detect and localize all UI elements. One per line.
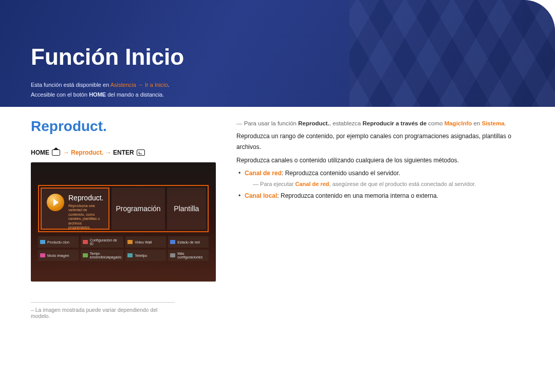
usage-note: Para usar la función Reproduct., estable… (236, 118, 524, 129)
mini-icon (170, 240, 175, 244)
mini-label: Estado de red (177, 240, 200, 244)
mini-item[interactable]: Tempr. encendido/apagado (81, 250, 124, 261)
intro-line2c: del mando a distancia. (106, 91, 164, 98)
tile-prog-label: Programación (116, 204, 160, 213)
mini-item[interactable]: Teletipo (125, 250, 166, 261)
tile-programacion[interactable]: Programación (112, 188, 164, 230)
mini-item[interactable]: Estado de red (168, 236, 209, 248)
t: como (427, 120, 445, 126)
home-icon (52, 150, 60, 156)
mini-label: Más configuraciones (177, 252, 207, 259)
tile-main-textwrap: Reproduct. Reproduzca una variedad de co… (68, 194, 103, 230)
t: Reproducir a través de (362, 120, 427, 126)
li1-subnote: Para ejecutar Canal de red, asegúrese de… (245, 179, 524, 190)
t: . (505, 120, 506, 126)
content-area: Reproduct. HOME → Reproduct. → ENTER Rep… (31, 118, 524, 319)
method-list: Canal de red: Reproduzca contenido usand… (236, 168, 524, 201)
li2-desc: : Reproduzca contenido en una memoria in… (277, 192, 438, 199)
mini-label: Teletipo (135, 254, 147, 257)
mini-item[interactable]: Más configuraciones (168, 250, 209, 261)
right-column: Para usar la función Reproduct., estable… (236, 118, 524, 319)
li1-desc: : Reproduzca contenido usando el servido… (282, 170, 400, 177)
mini-item[interactable]: Producto clon (38, 236, 79, 248)
intro-line2a: Accesible con el botón (31, 91, 89, 98)
tile-reproduct[interactable]: Reproduct. Reproduzca una variedad de co… (41, 188, 109, 230)
mini-label: Tempr. encendido/apagado (90, 252, 122, 259)
li2-term: Canal local (245, 192, 277, 199)
enter-icon (137, 150, 145, 156)
intro-suffix: . (168, 82, 170, 88)
mini-item[interactable]: Video Wall (125, 236, 166, 248)
breadcrumb-home: HOME (31, 149, 51, 156)
decorative-cubes (349, 0, 555, 107)
t: en (472, 120, 482, 126)
mini-item[interactable]: Configuración de ID (81, 236, 124, 248)
t: MagicInfo (445, 120, 472, 126)
mini-icon (40, 253, 45, 257)
t: Para usar la función (244, 120, 298, 126)
ui-screenshot: Reproduct. Reproduzca una variedad de co… (31, 162, 216, 282)
mini-icon (83, 253, 88, 257)
mini-icon (127, 240, 133, 244)
t: Reproduct. (298, 120, 329, 126)
mini-icon (83, 240, 88, 244)
intro-path: Asistencia → Ir a Inicio (110, 82, 168, 88)
breadcrumb: HOME → Reproduct. → ENTER (31, 149, 216, 156)
mini-label: Producto clon (47, 240, 69, 244)
t: Para ejecutar (260, 181, 295, 187)
mini-item[interactable]: Modo imagen (38, 250, 79, 261)
mini-icon (127, 253, 133, 257)
breadcrumb-enter: ENTER (113, 149, 136, 156)
tile-plantilla-label: Plantilla (174, 204, 199, 213)
mini-label: Video Wall (135, 240, 152, 244)
section-title: Reproduct. (31, 118, 216, 135)
li1-term: Canal de red (245, 170, 282, 177)
play-icon (47, 194, 64, 211)
left-column: Reproduct. HOME → Reproduct. → ENTER Rep… (31, 118, 216, 319)
image-footnote: La imagen mostrada puede variar dependie… (31, 302, 175, 319)
list-item: Canal local: Reproduzca contenido en una… (236, 191, 524, 202)
mini-label: Modo imagen (47, 254, 69, 257)
tile-main-title: Reproduct. (68, 194, 103, 202)
breadcrumb-mid: → Reproduct. → (61, 149, 113, 156)
t: Sistema (482, 120, 504, 126)
intro-home-bold: HOME (89, 91, 106, 98)
mini-label: Configuración de ID (90, 238, 122, 246)
t: Canal de red (295, 181, 329, 187)
mini-icon (40, 240, 45, 244)
tile-row: Reproduct. Reproduzca una variedad de co… (38, 185, 209, 232)
bottom-grid: Producto clon Configuración de ID Video … (38, 236, 209, 261)
list-item: Canal de red: Reproduzca contenido usand… (236, 168, 524, 189)
t: , asegúrese de que el producto está cone… (329, 181, 476, 187)
tile-main-desc: Reproduzca una variedad de contenido, co… (68, 204, 103, 230)
intro-text: Esta función está disponible en (31, 82, 110, 88)
tile-plantilla[interactable]: Plantilla (167, 188, 206, 230)
body-p1: Reproduzca un rango de contenido, por ej… (236, 131, 524, 153)
mini-icon (170, 253, 175, 257)
t: , establezca (329, 120, 363, 126)
body-p2: Reproduzca canales o contenido utilizand… (236, 155, 524, 166)
chapter-header: Función Inicio Esta función está disponi… (0, 0, 555, 107)
